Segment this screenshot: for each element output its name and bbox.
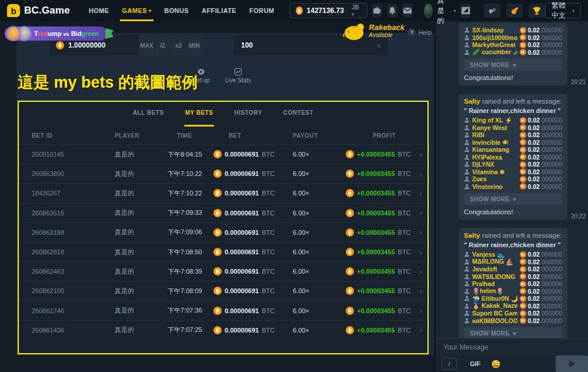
rain-winner-row[interactable]: DjLYNXN0.02000000 bbox=[464, 161, 562, 168]
notifications-button[interactable] bbox=[387, 4, 397, 18]
rain-winner-row[interactable]: WATSILIDONGN0.02000000 bbox=[464, 273, 562, 281]
bet-row[interactable]: 260861436真是的下午7:07:25฿0.00000691BTC6.00×… bbox=[19, 320, 427, 340]
winner-name[interactable]: Vitamina ❄ bbox=[472, 168, 517, 175]
help-button[interactable]: ? Help bbox=[407, 28, 432, 36]
winner-name[interactable]: WATSILIDONG bbox=[472, 273, 517, 280]
live-stats-button[interactable]: Live Stats bbox=[225, 68, 251, 84]
winner-name[interactable]: 🏅 Kakak_Nazwa... bbox=[472, 302, 517, 310]
rain-winner-row[interactable]: ZuesN0.02000000 bbox=[464, 175, 562, 183]
nav-item-bonus[interactable]: BONUS bbox=[164, 0, 189, 21]
winner-name[interactable]: Pralhad bbox=[472, 280, 517, 287]
rain-winner-row[interactable]: MarkytheGreatN0.02000000 bbox=[464, 41, 562, 49]
rain-winner-row[interactable]: 🌷helen🌷N0.02000000 bbox=[464, 288, 562, 295]
rain-winner-row[interactable]: ᴋʀKIMBOOLOOKN0.02000000 bbox=[464, 317, 562, 325]
winner-name[interactable]: HYIPalexa bbox=[472, 154, 517, 161]
winner-name[interactable]: RiBi bbox=[472, 131, 517, 138]
winner-name[interactable]: King of XL ⚡ bbox=[472, 117, 517, 124]
bet-row[interactable]: 260861746真是的下午7:07:36฿0.00000691BTC6.00×… bbox=[19, 301, 427, 320]
bet-row[interactable]: 260862100真是的下午7:08:09฿0.00000691BTC6.00×… bbox=[19, 281, 427, 300]
show-more-button[interactable]: SHOW MORE▾ bbox=[464, 193, 562, 205]
winner-name[interactable]: 🦈 Eltibur0N 🌙 bbox=[472, 295, 517, 303]
balance-box[interactable]: ฿ 1427136.73 JB ▾ bbox=[289, 3, 367, 18]
winner-name[interactable]: MΔRLONG ⛵ bbox=[472, 258, 517, 265]
bet-row[interactable]: 260863188真是的下午7:09:06฿0.00000691BTC6.00×… bbox=[19, 222, 427, 242]
winner-name[interactable]: Invincible 👁 bbox=[472, 139, 517, 146]
winner-name[interactable]: MarkytheGreat bbox=[472, 41, 517, 48]
event-banner[interactable]: Tredump vs Bidgreen bbox=[5, 24, 113, 44]
quests-button[interactable] bbox=[484, 4, 500, 18]
rakeback-widget[interactable]: Rakeback Available bbox=[343, 21, 405, 41]
winner-name[interactable]: 100siji1000limo bbox=[472, 34, 517, 41]
currency-dropdown[interactable]: JB ▾ bbox=[352, 4, 361, 17]
send-button[interactable] bbox=[556, 356, 588, 372]
bet-row[interactable]: 260910145真是的下午8:04:15฿0.00000691BTC6.00×… bbox=[19, 144, 427, 164]
nav-item-games[interactable]: GAMES▾ bbox=[122, 0, 152, 21]
live-stats-icon bbox=[235, 68, 242, 75]
chat-messages[interactable]: SX-lindsayN0.02000000100siji1000limoN0.0… bbox=[436, 21, 588, 338]
rain-winner-row[interactable]: SX-lindsayN0.02000000 bbox=[464, 26, 562, 34]
rain-winner-row[interactable]: Kanye WestN0.02000000 bbox=[464, 124, 562, 132]
rain-winner-row[interactable]: JavadsftN0.02000000 bbox=[464, 265, 562, 273]
user-menu[interactable]: 真是的 ▾ bbox=[424, 0, 456, 26]
bet-x2-button[interactable]: x2 bbox=[171, 35, 186, 55]
show-more-button[interactable]: SHOW MORE▾ bbox=[464, 327, 562, 338]
rain-winner-row[interactable]: Suport BC GameN0.02000000 bbox=[464, 310, 562, 317]
bet-row[interactable]: 260862818真是的下午7:08:50฿0.00000691BTC6.00×… bbox=[19, 242, 427, 261]
tab-history[interactable]: HISTORY bbox=[234, 109, 262, 127]
rain-winner-row[interactable]: PralhadN0.02000000 bbox=[464, 280, 562, 288]
bet-min-button[interactable]: MIN bbox=[187, 35, 202, 55]
rain-winner-row[interactable]: VinstorinoN0.02000000 bbox=[464, 183, 562, 191]
message-input[interactable] bbox=[436, 338, 588, 356]
winner-amount: N0.02000000 bbox=[520, 251, 562, 258]
rain-winner-row[interactable]: RiBiN0.02000000 bbox=[464, 131, 562, 139]
slash-commands-button[interactable]: / bbox=[442, 358, 457, 370]
rain-winner-row[interactable]: 100siji1000limoN0.02000000 bbox=[464, 34, 562, 42]
nav-item-home[interactable]: HOME bbox=[89, 0, 109, 21]
rain-winner-row[interactable]: Vanjess 👟N0.02000000 bbox=[464, 251, 562, 258]
winner-name[interactable]: Vinstorino bbox=[472, 183, 517, 190]
nav-item-forum[interactable]: FORUM bbox=[249, 0, 274, 21]
emoji-icon[interactable]: 😄 bbox=[491, 360, 500, 368]
rain-winner-row[interactable]: 🏅 Kakak_Nazwa...N0.02000000 bbox=[464, 303, 562, 310]
bet-row[interactable]: 260863515真是的下午7:09:33฿0.00000691BTC6.00×… bbox=[19, 203, 427, 222]
show-more-button[interactable]: SHOW MORE▾ bbox=[464, 59, 562, 71]
person-icon bbox=[464, 42, 470, 48]
crash-bonus-button[interactable] bbox=[506, 4, 523, 18]
rain-winner-row[interactable]: MΔRLONG ⛵N0.02000000 bbox=[464, 258, 562, 266]
winner-name[interactable]: Kanye West bbox=[472, 124, 517, 131]
rain-winner-row[interactable]: HYIPalexaN0.02000000 bbox=[464, 154, 562, 161]
rain-winner-row[interactable]: 🦈 Eltibur0N 🌙N0.02000000 bbox=[464, 295, 562, 303]
winner-name[interactable]: SX-lindsay bbox=[472, 26, 517, 34]
gif-button[interactable]: GIF bbox=[470, 360, 480, 367]
tab-contest[interactable]: CONTEST bbox=[283, 109, 313, 127]
rain-winner-row[interactable]: KiansantangN0.02000000 bbox=[464, 146, 562, 154]
bet-max-button[interactable]: MAX bbox=[139, 35, 154, 55]
messages-button[interactable] bbox=[402, 4, 413, 18]
winner-name[interactable]: 🌷helen🌷 bbox=[472, 287, 517, 295]
bet-half2-button[interactable]: /2 bbox=[155, 35, 170, 55]
rain-winner-row[interactable]: 🥒 cucumber 🥒N0.02000000 bbox=[464, 49, 562, 57]
chat-toggle-button[interactable] bbox=[460, 4, 471, 18]
rain-winner-row[interactable]: King of XL ⚡N0.02000000 bbox=[464, 117, 562, 124]
bet-row[interactable]: 18436267真是的下午7:10:22฿0.00000691BTC6.00×฿… bbox=[19, 183, 427, 202]
piggy-bank-icon bbox=[343, 21, 365, 41]
nav-item-affiliate[interactable]: AFFILIATE bbox=[202, 0, 236, 21]
bet-row[interactable]: 260863890真是的下午7:10:22฿0.00000691BTC6.00×… bbox=[19, 164, 427, 183]
winner-name[interactable]: ᴋʀKIMBOOLOOK bbox=[472, 317, 517, 324]
contest-button[interactable] bbox=[529, 4, 545, 18]
winner-name[interactable]: Zues bbox=[472, 175, 517, 182]
winner-name[interactable]: 🥒 cucumber 🥒 bbox=[472, 48, 517, 56]
rain-winner-row[interactable]: Vitamina ❄N0.02000000 bbox=[464, 168, 562, 176]
tab-my-bets[interactable]: MY BETS bbox=[185, 109, 213, 127]
rain-winner-row[interactable]: Invincible 👁N0.02000000 bbox=[464, 139, 562, 147]
winner-name[interactable]: Vanjess 👟 bbox=[472, 251, 517, 258]
bet-row[interactable]: 260862463真是的下午7:08:39฿0.00000691BTC6.00×… bbox=[19, 261, 427, 281]
winner-name[interactable]: DjLYNX bbox=[472, 161, 517, 168]
tab-all-bets[interactable]: ALL BETS bbox=[133, 109, 164, 127]
winner-name[interactable]: Suport BC Game bbox=[472, 310, 517, 317]
winner-name[interactable]: Javadsft bbox=[472, 265, 517, 273]
bcgame-logo[interactable]: b BC.Game bbox=[0, 4, 78, 17]
winner-name[interactable]: Kiansantang bbox=[472, 146, 517, 153]
language-select[interactable]: 繁體中文 ▾ bbox=[545, 3, 581, 18]
wallet-button[interactable] bbox=[372, 4, 383, 18]
